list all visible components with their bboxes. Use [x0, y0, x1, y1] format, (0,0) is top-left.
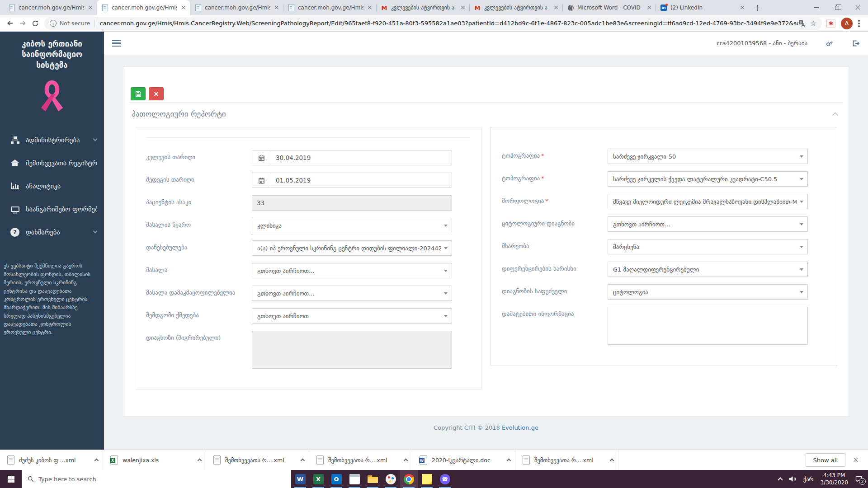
taskbar-app-button[interactable] [327, 470, 345, 488]
taskbar-app-button[interactable] [291, 470, 309, 488]
sidebar-menu: ადმინისტრირება შემთხვევათა რეგისტრი ანალ… [0, 128, 104, 244]
reload-button[interactable] [29, 17, 42, 30]
close-button[interactable] [847, 0, 868, 15]
action-center-button[interactable]: 2 [855, 475, 863, 483]
tab-close-icon[interactable] [553, 5, 559, 11]
taskbar-app-button[interactable] [418, 470, 436, 488]
browser-tab[interactable]: კვლევების ატვირთვის ა [469, 0, 562, 15]
browser-tab[interactable]: cancer.moh.gov.ge/Hmis/H [97, 0, 190, 15]
select-dropdown[interactable]: გთხოვთ აირჩიოთ... [252, 263, 452, 278]
tab-close-icon[interactable] [646, 5, 652, 11]
downloads-close-icon[interactable] [853, 457, 859, 463]
taskbar-app-button[interactable] [309, 470, 327, 488]
tray-expand-chevron-icon[interactable] [778, 477, 783, 482]
download-item[interactable]: ძუძუს კიბოს ფ....xml [0, 450, 103, 470]
select-dropdown[interactable]: სარძევე ჯირკვლის ქვედა ლატერალური კვადრა… [608, 171, 808, 187]
key-icon[interactable] [824, 38, 835, 49]
date-input[interactable] [271, 150, 452, 165]
calendar-icon[interactable] [252, 150, 271, 165]
clock-date: 3/30/2020 [820, 479, 848, 486]
download-item[interactable]: შემთხვევათა რ....xml [206, 450, 309, 470]
select-dropdown[interactable]: სარძევე ჯირკვალი-50 [608, 149, 808, 164]
tab-title: cancer.moh.gov.ge/Hmis/H [205, 5, 270, 11]
select-dropdown[interactable]: მწვავე მიელოიდური ლეიკემია მრავალხაზოვან… [608, 194, 808, 209]
info-icon[interactable] [50, 20, 57, 27]
back-button[interactable] [4, 17, 16, 30]
form-row: მასალა გთხოვთ აირჩიოთ... [146, 263, 470, 278]
chevron-up-icon[interactable] [404, 459, 408, 463]
chevron-up-icon[interactable] [94, 459, 99, 463]
browser-tab[interactable]: Microsoft Word - COVID-19 [562, 0, 656, 15]
save-button[interactable] [131, 87, 146, 100]
logout-icon[interactable] [852, 39, 860, 47]
menu-toggle-icon[interactable] [112, 40, 121, 47]
sidebar-item[interactable]: საანგარიშებო ფორმები [0, 197, 104, 221]
select-dropdown[interactable]: G1 მაღალდიფერენცირებული [608, 262, 808, 277]
taskbar-clock[interactable]: 4:43 PM 3/30/2020 [820, 472, 848, 486]
copyright-link[interactable]: Evolution.ge [502, 424, 538, 431]
browser-tab[interactable]: cancer.moh.gov.ge/Hmis/H [190, 0, 283, 15]
bookmark-star-icon[interactable]: ☆ [810, 20, 816, 27]
browser-tab[interactable]: კვლევების ატვირთვის ა [376, 0, 469, 15]
textarea-input[interactable] [252, 331, 452, 369]
download-item[interactable]: შემთხვევათა რ....xml [515, 450, 618, 470]
tab-close-icon[interactable] [274, 5, 280, 11]
cancel-button[interactable] [149, 87, 164, 100]
sidebar-item[interactable]: ადმინისტრირება [0, 128, 104, 151]
taskbar-app-button[interactable] [400, 470, 418, 488]
translate-icon[interactable] [798, 20, 806, 27]
minimize-button[interactable] [806, 0, 826, 15]
download-item[interactable]: walenjixa.xls [103, 450, 206, 470]
tab-close-icon[interactable] [367, 5, 373, 11]
date-input[interactable] [271, 173, 452, 188]
select-dropdown[interactable]: გთხოვთ აირჩიოთ... [608, 216, 808, 232]
profile-avatar[interactable]: A [841, 18, 853, 29]
sidebar-item[interactable]: დახმარება [0, 221, 104, 244]
browser-tab[interactable]: cancer.moh.gov.ge/Hmis/H [283, 0, 376, 15]
address-bar[interactable]: Not secure cancer.moh.gov.ge/Hmis/Hmis.C… [44, 17, 822, 30]
download-item[interactable]: შემთხვევათა რ....xml [309, 450, 412, 470]
taskbar-search[interactable]: Type here to search [22, 470, 291, 488]
taskbar-app-button[interactable] [436, 470, 454, 488]
taskbar-app-button[interactable] [363, 470, 382, 488]
taskbar-app-button[interactable] [345, 470, 363, 488]
textarea-input[interactable] [608, 307, 808, 345]
volume-icon[interactable] [789, 476, 797, 482]
download-item[interactable]: 2020-Iკვარტალი.doc [412, 450, 515, 470]
tab-close-icon[interactable] [739, 5, 745, 11]
taskbar-app-button[interactable] [382, 470, 400, 488]
excel-file-icon [110, 455, 118, 465]
collapse-chevron-icon[interactable] [832, 112, 838, 118]
tab-close-icon[interactable] [87, 5, 94, 11]
chevron-up-icon[interactable] [198, 459, 202, 463]
new-tab-button[interactable] [750, 1, 764, 14]
url-text[interactable]: cancer.moh.gov.ge/Hmis/Hmis.CancerRegist… [99, 20, 798, 27]
restore-button[interactable] [826, 0, 847, 15]
pdf-extension-icon[interactable]: ✱ [826, 19, 835, 28]
chevron-up-icon[interactable] [507, 459, 511, 463]
page-favicon [288, 4, 295, 11]
keyboard-language[interactable]: ქარ [803, 476, 814, 483]
main-content: პათოლოგიური რეპორტი კვლევის თარიღი [104, 55, 868, 450]
select-dropdown[interactable]: გთხოვთ აირჩიოთ [252, 308, 452, 324]
sidebar-item[interactable]: ანალიტიკა [0, 174, 104, 197]
forward-button[interactable] [16, 17, 29, 30]
form-row: დაწესებულება ა(ა) იპ ეროვნული სკრინინგ ც… [146, 240, 470, 256]
calendar-icon[interactable] [252, 173, 271, 188]
browser-tab[interactable]: cancer.moh.gov.ge/Hmis/H [4, 0, 97, 15]
chevron-up-icon[interactable] [301, 459, 305, 463]
sidebar-item[interactable]: შემთხვევათა რეგისტრი [0, 151, 104, 174]
tab-close-icon[interactable] [460, 5, 466, 11]
select-dropdown[interactable]: გთხოვთ აირჩიოთ... [252, 286, 452, 301]
browser-menu-icon[interactable] [858, 23, 860, 24]
browser-tab[interactable]: (2) LinkedIn [656, 0, 749, 15]
tab-close-icon[interactable] [180, 5, 187, 11]
select-dropdown[interactable]: ციტოლოგია [608, 284, 808, 300]
text-input[interactable] [252, 195, 452, 211]
select-dropdown[interactable]: მარცხენა [608, 239, 808, 254]
select-dropdown[interactable]: კლინიკა [252, 218, 452, 233]
chevron-up-icon[interactable] [610, 459, 614, 463]
show-all-button[interactable]: Show all [806, 453, 845, 467]
start-button[interactable] [0, 470, 22, 488]
select-dropdown[interactable]: ა(ა) იპ ეროვნული სკრინინგ ცენტრი დიდუბის… [252, 240, 452, 256]
